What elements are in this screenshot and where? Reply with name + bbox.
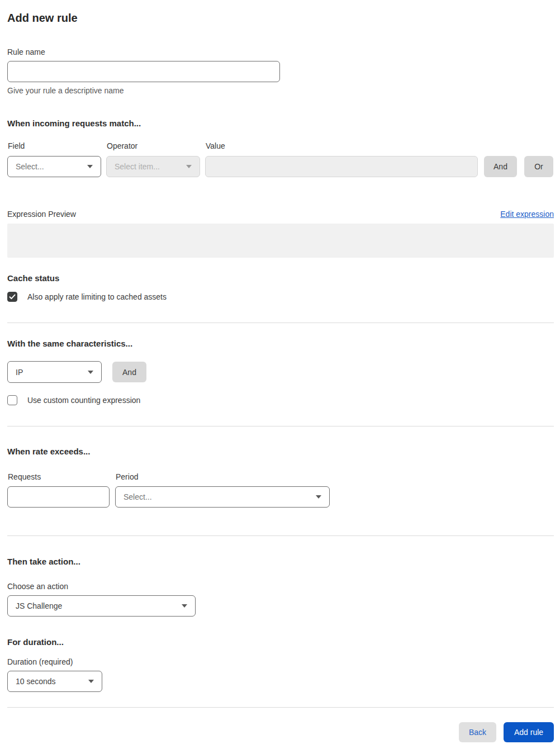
action-select-value: JS Challenge	[16, 601, 62, 610]
rule-name-helper: Give your rule a descriptive name	[7, 86, 554, 95]
field-select[interactable]: Select...	[7, 156, 101, 177]
period-column: Period Select...	[115, 472, 330, 508]
match-section-heading: When incoming requests match...	[7, 118, 554, 129]
duration-label: Duration (required)	[7, 657, 554, 666]
page-title: Add new rule	[7, 11, 554, 25]
requests-label: Requests	[7, 472, 110, 481]
action-heading: Then take action...	[7, 557, 554, 567]
expression-preview-header: Expression Preview Edit expression	[7, 210, 554, 219]
characteristics-heading: With the same characteristics...	[7, 339, 554, 349]
value-input	[205, 156, 478, 177]
cached-assets-label: Also apply rate limiting to cached asset…	[27, 292, 167, 301]
period-select-value: Select...	[124, 492, 152, 501]
action-select[interactable]: JS Challenge	[7, 595, 196, 617]
chevron-down-icon	[88, 680, 94, 683]
match-expression-row: Field Select... Operator Select item... …	[7, 141, 554, 177]
choose-action-label: Choose an action	[7, 582, 554, 591]
cached-assets-checkbox[interactable]	[7, 292, 17, 302]
custom-counting-row: Use custom counting expression	[7, 395, 554, 405]
rate-heading: When rate exceeds...	[7, 447, 554, 457]
back-button[interactable]: Back	[459, 722, 496, 742]
cache-status-heading: Cache status	[7, 273, 554, 283]
rate-row: Requests Period Select...	[7, 472, 554, 508]
characteristics-row: IP And	[7, 361, 554, 383]
rule-name-input[interactable]	[7, 61, 280, 82]
duration-select-value: 10 seconds	[16, 677, 56, 686]
custom-counting-label: Use custom counting expression	[27, 396, 140, 405]
section-divider	[7, 426, 554, 426]
chevron-down-icon	[87, 165, 93, 168]
field-select-value: Select...	[16, 162, 44, 171]
requests-input[interactable]	[7, 486, 110, 508]
chevron-down-icon	[88, 371, 93, 374]
duration-select[interactable]: 10 seconds	[7, 671, 102, 692]
section-divider	[7, 535, 554, 536]
characteristics-and-wrap: And	[112, 362, 146, 382]
period-select[interactable]: Select...	[115, 486, 330, 508]
operator-column: Operator Select item...	[106, 141, 200, 177]
field-label: Field	[7, 141, 101, 150]
characteristics-and-button[interactable]: And	[112, 362, 146, 382]
chevron-down-icon	[186, 165, 192, 168]
expression-preview-box	[7, 224, 554, 258]
period-label: Period	[115, 472, 330, 481]
operator-select-value: Select item...	[115, 162, 160, 171]
custom-counting-checkbox[interactable]	[7, 395, 17, 405]
value-column: Value	[205, 141, 478, 177]
requests-column: Requests	[7, 472, 110, 508]
value-label: Value	[205, 141, 478, 150]
and-button-wrap: And	[484, 156, 517, 177]
edit-expression-link[interactable]: Edit expression	[500, 210, 554, 219]
add-rule-button[interactable]: Add rule	[504, 722, 554, 742]
operator-label: Operator	[106, 141, 200, 150]
and-button[interactable]: And	[484, 156, 517, 177]
or-button[interactable]: Or	[524, 156, 553, 177]
characteristic-select[interactable]: IP	[7, 361, 102, 383]
chevron-down-icon	[316, 495, 321, 499]
expression-preview-label: Expression Preview	[7, 210, 76, 219]
duration-heading: For duration...	[7, 637, 554, 647]
check-icon	[9, 294, 16, 300]
rule-name-group: Rule name Give your rule a descriptive n…	[7, 48, 554, 95]
operator-select: Select item...	[106, 156, 200, 177]
chevron-down-icon	[182, 604, 187, 608]
footer-divider	[7, 707, 554, 708]
characteristic-select-value: IP	[16, 368, 23, 377]
section-divider	[7, 323, 554, 323]
or-button-wrap: Or	[524, 156, 553, 177]
rule-name-label: Rule name	[7, 48, 554, 56]
add-rule-form: Add new rule Rule name Give your rule a …	[0, 11, 560, 749]
field-column: Field Select...	[7, 141, 101, 177]
cached-assets-row: Also apply rate limiting to cached asset…	[7, 292, 554, 302]
footer-actions: Back Add rule	[7, 722, 554, 742]
